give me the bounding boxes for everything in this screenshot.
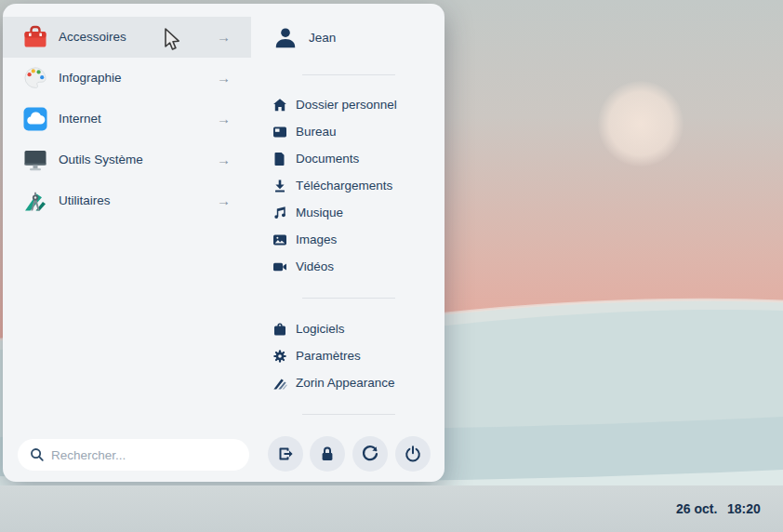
taskbar: 26 oct. 18:20 [0,485,783,532]
divider [302,74,395,75]
divider [302,414,395,415]
clock-time[interactable]: 18:20 [727,485,761,532]
drafting-tools-icon [22,188,48,214]
category-infographie[interactable]: Infographie → [3,58,251,99]
place-label: Vidéos [296,253,334,280]
monitor-icon [22,147,48,173]
category-label: Internet [59,99,101,140]
place-home[interactable]: Dossier personnel [251,91,442,118]
cloud-icon [22,106,48,132]
briefcase-icon [272,322,287,337]
category-label: Infographie [59,58,122,99]
padlock-icon [318,445,337,463]
category-label: Utilitaires [59,180,111,221]
logout-button[interactable] [268,436,303,472]
document-icon [272,152,287,166]
clock-date[interactable]: 26 oct. [676,485,717,532]
download-icon [272,179,287,193]
category-utilitaires[interactable]: Utilitaires → [3,180,251,221]
place-musique[interactable]: Musique [251,199,442,226]
power-button[interactable] [395,436,431,472]
place-label: Bureau [296,118,337,145]
category-label: Outils Système [59,140,143,180]
user-avatar-icon [272,25,299,51]
user-name: Jean [309,20,336,56]
item-parametres[interactable]: Paramètres [251,342,442,369]
category-internet[interactable]: Internet → [3,99,251,140]
place-telechargements[interactable]: Téléchargements [251,172,442,199]
zorin-app-menu: Accessoires → Infographie → Internet → [3,4,445,482]
restart-button[interactable] [352,436,388,472]
place-videos[interactable]: Vidéos [251,253,442,280]
category-accessoires[interactable]: Accessoires → [3,17,251,58]
item-zorin-appearance[interactable]: Zorin Appearance [251,369,442,396]
palette-icon [22,65,48,91]
arrow-right-icon: → [217,17,231,58]
category-label: Accessoires [59,17,126,58]
arrow-right-icon: → [217,99,231,140]
place-images[interactable]: Images [251,226,442,253]
arrow-right-icon: → [217,140,231,180]
place-bureau[interactable]: Bureau [251,118,442,145]
arrow-right-icon: → [217,180,231,221]
place-label: Téléchargements [296,172,392,199]
place-label: Images [296,226,337,253]
item-label: Zorin Appearance [296,369,395,396]
logout-icon [276,445,295,463]
picture-icon [272,233,287,247]
home-icon [272,98,287,113]
music-note-icon [272,206,287,220]
item-label: Logiciels [296,315,345,342]
category-outils-systeme[interactable]: Outils Système → [3,140,251,180]
video-camera-icon [272,259,287,274]
item-logiciels[interactable]: Logiciels [251,315,442,342]
refresh-icon [361,445,379,463]
lock-button[interactable] [310,436,345,472]
search-input[interactable] [51,439,237,471]
arrow-right-icon: → [217,58,231,99]
search-icon [30,447,45,462]
toolbox-icon [22,24,48,50]
place-documents[interactable]: Documents [251,145,442,172]
power-icon [404,445,422,463]
zorin-layers-icon [272,376,287,391]
place-label: Documents [296,145,359,172]
gear-icon [272,349,287,364]
divider [302,298,395,299]
place-label: Musique [296,199,343,226]
place-label: Dossier personnel [296,91,397,118]
desktop-icon [272,125,287,140]
item-label: Paramètres [296,342,361,369]
search-box [18,439,249,471]
